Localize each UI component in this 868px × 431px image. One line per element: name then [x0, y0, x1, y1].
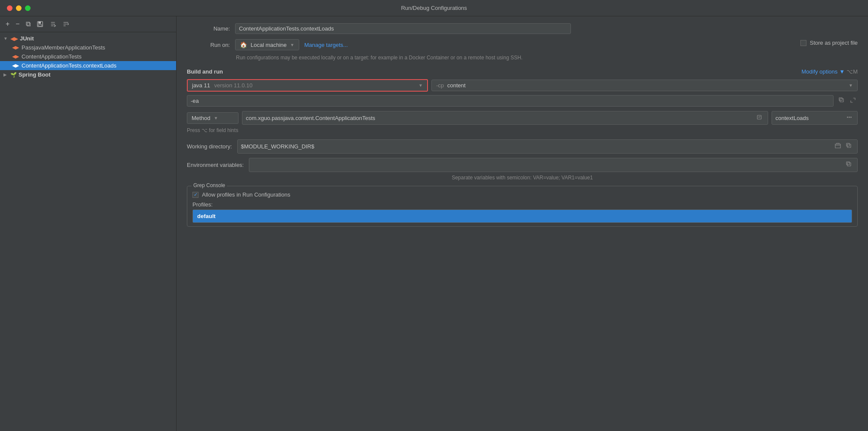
- main-layout: + − ⧉: [0, 16, 868, 431]
- junit-group-label: JUnit: [20, 35, 34, 42]
- dir-icons: [833, 142, 854, 151]
- sort-config-button[interactable]: [60, 19, 71, 29]
- store-project-file-label[interactable]: Store as project file: [810, 40, 858, 46]
- class-value: com.xguo.passjava.content.ContentApplica…: [246, 115, 375, 121]
- title-bar: Run/Debug Configurations: [0, 0, 868, 16]
- minimize-button[interactable]: [16, 5, 22, 11]
- content-panel: Store as project file Name: Run on: 🏠 Lo…: [177, 16, 868, 431]
- profile-default-value: default: [197, 213, 216, 219]
- name-label: Name:: [187, 25, 230, 32]
- working-dir-label: Working directory:: [187, 143, 232, 150]
- vm-options-row: [187, 95, 858, 107]
- modify-options-button[interactable]: Modify options ▼ ⌥M: [801, 68, 858, 75]
- grep-console-legend: Grep Console: [192, 182, 227, 188]
- run-on-dropdown[interactable]: 🏠 Local machine ▼: [235, 39, 299, 50]
- maximize-button[interactable]: [25, 5, 31, 11]
- cp-text: -cp content: [436, 82, 465, 89]
- env-vars-label: Environment variables:: [187, 162, 244, 168]
- svg-point-7: [847, 117, 848, 118]
- store-row: Store as project file: [800, 40, 858, 46]
- chevron-down-icon: ▼: [214, 116, 218, 120]
- svg-rect-11: [847, 163, 851, 166]
- chevron-right-icon: ▶: [3, 72, 9, 77]
- save-config-button[interactable]: [34, 19, 46, 29]
- dir-copy-button[interactable]: [844, 142, 854, 151]
- class-browse-button[interactable]: [755, 114, 764, 122]
- jdk-text: java 11 version 11.0.10: [192, 82, 252, 89]
- svg-rect-1: [38, 22, 41, 24]
- method-input[interactable]: contextLoads: [772, 111, 858, 125]
- working-dir-input[interactable]: $MODULE_WORKING_DIR$: [237, 139, 858, 154]
- jdk-cp-row: java 11 version 11.0.10 ▼ -cp content ▼: [187, 79, 858, 92]
- method-label: Method: [192, 115, 210, 121]
- tree-item-label: PassjavaMemberApplicationTests: [22, 44, 105, 51]
- sidebar-toolbar: + − ⧉: [0, 16, 176, 32]
- move-config-button[interactable]: [47, 19, 59, 29]
- svg-rect-5: [757, 115, 761, 119]
- method-row: Method ▼ com.xguo.passjava.content.Conte…: [187, 111, 858, 125]
- expand-vm-button[interactable]: [848, 96, 858, 105]
- run-on-info-text: Run configurations may be executed local…: [236, 54, 858, 62]
- sidebar-tree: ▼ ◀▶ JUnit ◀▶ PassjavaMemberApplicationT…: [0, 32, 176, 431]
- springboot-group-label: Spring Boot: [19, 71, 50, 78]
- chevron-down-icon: ▼: [290, 43, 294, 47]
- allow-profiles-checkbox[interactable]: ✓: [192, 192, 198, 198]
- list-item-selected[interactable]: ◀▶ ContentApplicationTests.contextLoads: [0, 61, 176, 70]
- junit-icon: ◀▶: [10, 36, 18, 42]
- jdk-dropdown[interactable]: java 11 version 11.0.10 ▼: [187, 79, 428, 92]
- class-input[interactable]: com.xguo.passjava.content.ContentApplica…: [242, 111, 768, 125]
- env-vars-input[interactable]: [249, 158, 858, 172]
- copy-vm-button[interactable]: [837, 96, 846, 105]
- tree-group-header-springboot[interactable]: ▶ 🌱 Spring Boot: [0, 70, 176, 79]
- run-on-value: Local machine: [251, 42, 287, 48]
- junit-item-icon: ◀▶: [12, 45, 19, 50]
- cp-value: content: [447, 82, 466, 89]
- working-dir-row: Working directory: $MODULE_WORKING_DIR$: [187, 139, 858, 154]
- dir-browse-button[interactable]: [833, 142, 843, 151]
- manage-targets-link[interactable]: Manage targets...: [304, 42, 348, 48]
- profile-default-item[interactable]: default: [193, 210, 852, 222]
- tree-group-springboot: ▶ 🌱 Spring Boot: [0, 70, 176, 79]
- field-hints: Press ⌥ for field hints: [187, 127, 858, 133]
- vm-options-input[interactable]: [187, 95, 834, 107]
- add-config-button[interactable]: +: [3, 19, 12, 29]
- name-input[interactable]: [235, 23, 571, 34]
- svg-rect-10: [846, 143, 849, 146]
- chevron-down-icon: ▼: [849, 83, 853, 88]
- springboot-icon: 🌱: [10, 72, 17, 78]
- svg-rect-2: [38, 25, 42, 26]
- svg-rect-12: [846, 162, 849, 165]
- tree-item-label: ContentApplicationTests: [22, 53, 81, 60]
- method-browse-button[interactable]: [845, 114, 854, 122]
- jdk-version-value: version 11.0.10: [214, 82, 253, 89]
- chevron-down-icon: ▼: [418, 83, 423, 88]
- list-item[interactable]: ◀▶ PassjavaMemberApplicationTests: [0, 43, 176, 52]
- grep-console-section: Grep Console ✓ Allow profiles in Run Con…: [187, 186, 858, 227]
- store-project-file-checkbox[interactable]: [800, 40, 806, 46]
- sidebar: + − ⧉: [0, 16, 177, 431]
- env-copy-button[interactable]: [844, 160, 854, 169]
- cp-label: -cp: [436, 82, 444, 89]
- profiles-list: default: [192, 209, 852, 223]
- junit-item-icon: ◀▶: [12, 63, 19, 68]
- dialog-title: Run/Debug Configurations: [401, 5, 467, 11]
- build-run-section-header: Build and run Modify options ▼ ⌥M: [187, 68, 858, 75]
- svg-rect-4: [839, 98, 842, 101]
- form-area: Store as project file Name: Run on: 🏠 Lo…: [177, 16, 868, 431]
- close-button[interactable]: [7, 5, 12, 11]
- allow-profiles-label: Allow profiles in Run Configurations: [202, 191, 290, 198]
- modify-options-shortcut: ⌥M: [846, 68, 858, 75]
- remove-config-button[interactable]: −: [13, 19, 22, 29]
- allow-profiles-row: ✓ Allow profiles in Run Configurations: [192, 191, 852, 198]
- tree-group-header-junit[interactable]: ▼ ◀▶ JUnit: [0, 34, 176, 43]
- method-dropdown[interactable]: Method ▼: [187, 112, 239, 124]
- env-vars-row: Environment variables:: [187, 158, 858, 172]
- list-item[interactable]: ◀▶ ContentApplicationTests: [0, 52, 176, 61]
- build-run-title: Build and run: [187, 68, 223, 75]
- copy-config-button[interactable]: ⧉: [24, 19, 33, 29]
- svg-point-6: [849, 117, 850, 118]
- chevron-down-icon: ▼: [839, 68, 845, 75]
- cp-dropdown[interactable]: -cp content ▼: [431, 80, 858, 91]
- svg-rect-9: [847, 144, 851, 148]
- junit-item-icon: ◀▶: [12, 54, 19, 59]
